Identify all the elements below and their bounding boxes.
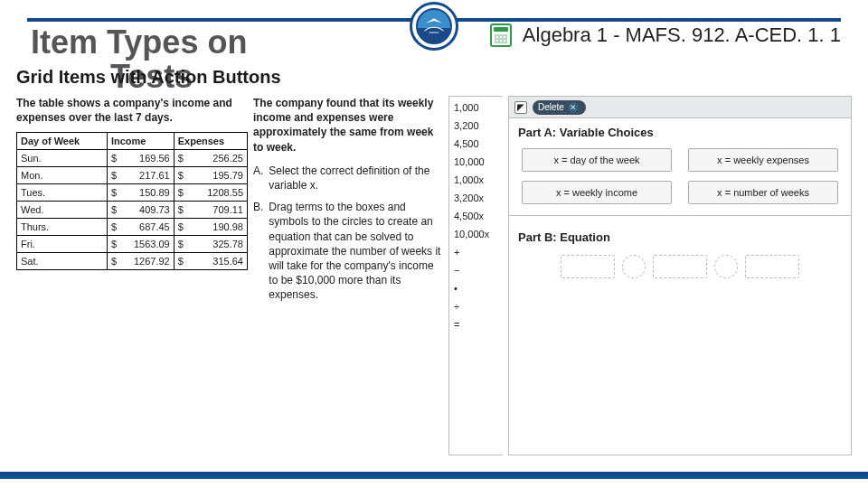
delete-button[interactable]: Delete ✕ bbox=[533, 100, 586, 115]
cell-day: Wed. bbox=[17, 202, 108, 219]
section-divider bbox=[509, 215, 851, 216]
cell-income: $217.61 bbox=[107, 167, 174, 184]
variable-choice[interactable]: x = number of weeks bbox=[688, 181, 838, 204]
cell-expenses: $1208.55 bbox=[174, 184, 247, 202]
cell-income: $687.45 bbox=[107, 219, 174, 236]
item-label: B. bbox=[253, 200, 263, 302]
draggable-term[interactable]: 4,500x bbox=[451, 209, 501, 223]
draggable-term[interactable]: 4,500 bbox=[451, 136, 501, 151]
cell-expenses: $709.11 bbox=[174, 202, 247, 219]
cell-day: Tues. bbox=[17, 184, 108, 202]
cell-income: $409.73 bbox=[107, 202, 174, 219]
workspace-pane: ◤ Delete ✕ Part A: Variable Choices x = … bbox=[508, 96, 852, 455]
terms-palette: 1,0003,2004,50010,0001,000x3,200x4,500x1… bbox=[448, 96, 503, 455]
instructions-pane: The company found that its weekly income… bbox=[253, 96, 443, 455]
bottom-divider bbox=[0, 472, 868, 479]
item-text: Select the correct definition of the var… bbox=[269, 164, 443, 192]
draggable-term[interactable]: = bbox=[451, 317, 501, 332]
cell-day: Thurs. bbox=[17, 219, 108, 236]
cell-expenses: $195.79 bbox=[174, 167, 247, 184]
slide-title: Item Types on Tests bbox=[31, 23, 247, 61]
draggable-term[interactable]: ÷ bbox=[451, 299, 501, 314]
term-drop-slot[interactable] bbox=[561, 255, 615, 278]
draggable-term[interactable]: 3,200 bbox=[451, 118, 501, 133]
cell-day: Fri. bbox=[17, 236, 108, 253]
close-x-icon: ✕ bbox=[568, 102, 579, 113]
symbol-drop-slot[interactable] bbox=[714, 255, 738, 278]
delete-label: Delete bbox=[538, 102, 564, 112]
title-line-1: Item Types on bbox=[31, 23, 247, 61]
item-label: A. bbox=[253, 164, 263, 192]
table-row: Wed.$409.73$709.11 bbox=[17, 202, 248, 219]
col-income: Income bbox=[107, 133, 174, 150]
header-right: Algebra 1 - MAFS. 912. A-CED. 1. 1 bbox=[490, 23, 841, 47]
variable-choice[interactable]: x = weekly expenses bbox=[688, 148, 838, 172]
cell-expenses: $315.64 bbox=[174, 253, 247, 270]
table-row: Tues.$150.89$1208.55 bbox=[17, 184, 248, 202]
instructions-intro: The company found that its weekly income… bbox=[253, 96, 443, 155]
instruction-item: A.Select the correct definition of the v… bbox=[253, 164, 443, 192]
cell-income: $1267.92 bbox=[107, 253, 174, 270]
term-drop-slot[interactable] bbox=[745, 255, 799, 278]
variable-choice[interactable]: x = day of the week bbox=[522, 148, 672, 172]
cell-day: Sun. bbox=[17, 150, 108, 167]
cell-income: $1563.09 bbox=[107, 236, 174, 253]
term-drop-slot[interactable] bbox=[653, 255, 707, 278]
variable-choices: x = day of the weekx = weekly expensesx … bbox=[509, 145, 851, 213]
draggable-term[interactable]: • bbox=[451, 281, 501, 296]
table-row: Fri.$1563.09$325.78 bbox=[17, 236, 248, 253]
equation-dropzone[interactable] bbox=[509, 249, 851, 287]
table-pane: The table shows a company's income and e… bbox=[16, 96, 248, 455]
cell-day: Mon. bbox=[17, 167, 108, 184]
col-day: Day of Week bbox=[17, 133, 108, 150]
content-row: The table shows a company's income and e… bbox=[16, 96, 852, 455]
instruction-item: B.Drag terms to the boxes and symbols to… bbox=[253, 200, 443, 302]
income-table: Day of Week Income Expenses Sun.$169.56$… bbox=[16, 132, 248, 270]
standard-code: Algebra 1 - MAFS. 912. A-CED. 1. 1 bbox=[523, 23, 841, 47]
draggable-term[interactable]: 1,000 bbox=[451, 100, 501, 115]
calculator-icon[interactable] bbox=[490, 23, 512, 47]
part-b-title: Part B: Equation bbox=[509, 223, 851, 249]
table-header-row: Day of Week Income Expenses bbox=[17, 133, 248, 150]
table-row: Thurs.$687.45$190.98 bbox=[17, 219, 248, 236]
cell-income: $150.89 bbox=[107, 184, 174, 202]
workspace-toolbar: ◤ Delete ✕ bbox=[509, 97, 851, 118]
table-row: Sun.$169.56$256.25 bbox=[17, 150, 248, 167]
draggable-term[interactable]: + bbox=[451, 245, 501, 259]
cell-expenses: $256.25 bbox=[174, 150, 247, 167]
col-expenses: Expenses bbox=[174, 133, 247, 150]
slide-subtitle: Grid Items with Action Buttons bbox=[16, 67, 281, 88]
draggable-term[interactable]: 3,200x bbox=[451, 191, 501, 205]
pointer-icon[interactable]: ◤ bbox=[514, 101, 527, 114]
table-row: Mon.$217.61$195.79 bbox=[17, 167, 248, 184]
cell-day: Sat. bbox=[17, 253, 108, 270]
cell-income: $169.56 bbox=[107, 150, 174, 167]
part-a-title: Part A: Variable Choices bbox=[509, 118, 851, 145]
symbol-drop-slot[interactable] bbox=[622, 255, 646, 278]
item-text: Drag terms to the boxes and symbols to t… bbox=[269, 200, 443, 302]
draggable-term[interactable]: 10,000x bbox=[451, 227, 501, 241]
draggable-term[interactable]: 1,000x bbox=[451, 173, 501, 187]
cell-expenses: $325.78 bbox=[174, 236, 247, 253]
draggable-term[interactable]: 10,000 bbox=[451, 155, 501, 169]
table-intro: The table shows a company's income and e… bbox=[16, 96, 248, 125]
draggable-term[interactable]: − bbox=[451, 263, 501, 277]
logo-graphic bbox=[421, 14, 447, 39]
slide: Item Types on Tests Grid Items with Acti… bbox=[0, 0, 868, 488]
cell-expenses: $190.98 bbox=[174, 219, 247, 236]
district-logo bbox=[410, 2, 458, 51]
table-row: Sat.$1267.92$315.64 bbox=[17, 253, 248, 270]
variable-choice[interactable]: x = weekly income bbox=[522, 181, 672, 204]
